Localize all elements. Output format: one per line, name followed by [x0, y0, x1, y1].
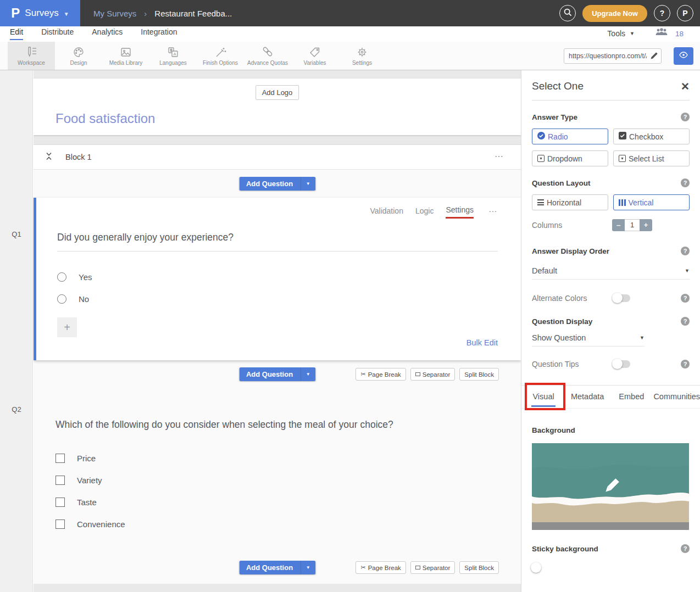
page-break-button[interactable]: ✂ Page Break: [355, 368, 405, 381]
toolbar-item-finish-options[interactable]: Finish Options: [197, 42, 244, 70]
answer-type-option-label: Dropdown: [547, 154, 582, 163]
help-icon[interactable]: ?: [681, 178, 690, 187]
tab-edit[interactable]: Edit: [10, 27, 23, 40]
close-icon[interactable]: ✕: [681, 81, 690, 92]
breadcrumb-survey-name[interactable]: Restaurant Feedba...: [154, 9, 232, 18]
add-logo-button[interactable]: Add Logo: [255, 85, 299, 100]
add-question-caret[interactable]: ▼: [300, 561, 315, 574]
tab-validation[interactable]: Validation: [370, 206, 403, 218]
radio-yes[interactable]: [57, 272, 66, 282]
option-label[interactable]: Taste: [77, 498, 97, 507]
collaborators-icon[interactable]: [654, 28, 669, 39]
answer-type-dropdown[interactable]: ▼ Dropdown: [532, 150, 608, 166]
layout-option-label: Vertical: [629, 198, 654, 207]
block-menu-icon[interactable]: ⋮: [494, 152, 504, 162]
toolbar-item-advance-quotas[interactable]: Advance Quotas: [244, 42, 291, 70]
question-1-text[interactable]: Did you generally enjoy your experience?: [57, 232, 498, 252]
toolbar-item-variables[interactable]: Variables: [291, 42, 338, 70]
tab-communities[interactable]: Communities: [653, 385, 700, 409]
question-tips-toggle[interactable]: [613, 360, 630, 368]
search-button[interactable]: [559, 5, 576, 21]
page-break-button[interactable]: ✂ Page Break: [355, 561, 405, 574]
answer-type-radio[interactable]: Radio: [532, 129, 608, 144]
option-label[interactable]: Variety: [77, 476, 102, 485]
add-question-label[interactable]: Add Question: [239, 367, 300, 381]
help-icon[interactable]: ?: [681, 247, 690, 255]
columns-value[interactable]: 1: [625, 219, 640, 231]
block-title[interactable]: Block 1: [65, 153, 92, 161]
option-label[interactable]: Convenience: [77, 520, 125, 529]
add-question-button[interactable]: Add Question ▼: [239, 367, 315, 381]
background-image-preview[interactable]: [532, 443, 689, 530]
survey-url-input[interactable]: [564, 48, 662, 64]
help-icon[interactable]: ?: [681, 294, 690, 303]
tab-integration[interactable]: Integration: [141, 27, 177, 40]
help-icon[interactable]: ?: [681, 317, 690, 326]
avatar[interactable]: P: [677, 5, 693, 21]
answer-type-select-list[interactable]: ▼ Select List: [613, 150, 690, 166]
question-2-text[interactable]: Which of the following do you consider w…: [55, 419, 498, 431]
checkbox-variety[interactable]: [55, 476, 65, 485]
tab-analytics[interactable]: Analytics: [92, 27, 123, 40]
preview-button[interactable]: [674, 47, 693, 65]
chevron-down-icon[interactable]: ▼: [630, 31, 635, 36]
question-menu-icon[interactable]: ⋮: [488, 208, 498, 217]
tools-menu[interactable]: Tools: [607, 29, 625, 38]
add-option-button[interactable]: +: [57, 317, 77, 337]
chevron-down-icon: ▼: [64, 11, 69, 17]
add-question-button[interactable]: Add Question ▼: [239, 177, 315, 191]
layout-horizontal[interactable]: Horizontal: [532, 194, 608, 210]
product-switcher[interactable]: P Surveys ▼: [0, 0, 80, 26]
add-question-label[interactable]: Add Question: [239, 177, 300, 191]
bulk-edit-link[interactable]: Bulk Edit: [57, 338, 498, 347]
checkbox-convenience[interactable]: [55, 520, 65, 529]
toolbar-item-design[interactable]: Design: [55, 42, 102, 70]
add-question-button[interactable]: Add Question ▼: [239, 561, 315, 574]
toolbar-item-workspace[interactable]: Workspace: [8, 42, 55, 70]
split-block-button[interactable]: Split Block: [459, 368, 499, 381]
tab-distribute[interactable]: Distribute: [41, 27, 74, 40]
help-icon[interactable]: ?: [681, 360, 690, 368]
breadcrumb-my-surveys[interactable]: My Surveys: [93, 9, 136, 18]
toolbar-label: Design: [70, 60, 87, 66]
option-label[interactable]: Yes: [79, 272, 92, 282]
option-label[interactable]: No: [79, 294, 89, 304]
option-label[interactable]: Price: [77, 454, 96, 463]
separator-button[interactable]: Separator: [410, 368, 455, 381]
question-display-select[interactable]: Show Question ▼: [532, 333, 645, 347]
tab-visual[interactable]: Visual: [521, 385, 565, 409]
help-button[interactable]: ?: [654, 5, 670, 21]
answer-type-checkbox[interactable]: Checkbox: [613, 129, 690, 144]
columns-decrement-button[interactable]: –: [612, 219, 625, 231]
toolbar-item-media-library[interactable]: Media Library: [102, 42, 149, 70]
layout-vertical[interactable]: Vertical: [613, 194, 690, 210]
checkbox-price[interactable]: [55, 454, 65, 463]
add-question-caret[interactable]: ▼: [300, 177, 315, 191]
checkbox-taste[interactable]: [55, 498, 65, 507]
help-icon[interactable]: ?: [681, 544, 690, 553]
tab-metadata[interactable]: Metadata: [565, 385, 609, 409]
tab-embed[interactable]: Embed: [609, 385, 653, 409]
option-row: Convenience: [55, 513, 498, 535]
radio-no[interactable]: [57, 294, 66, 304]
toolbar-item-settings[interactable]: Settings: [338, 42, 386, 70]
help-icon[interactable]: ?: [681, 113, 690, 121]
alternate-colors-toggle[interactable]: [613, 294, 630, 302]
toolbar-item-languages[interactable]: A Languages: [149, 42, 197, 70]
separator-button[interactable]: Separator: [410, 561, 455, 574]
columns-increment-button[interactable]: +: [640, 219, 652, 231]
tab-logic[interactable]: Logic: [415, 206, 434, 218]
split-block-button[interactable]: Split Block: [459, 561, 499, 574]
answer-display-order-label: Answer Display Order: [532, 247, 609, 255]
survey-title[interactable]: Food satisfaction: [55, 111, 155, 126]
tab-settings[interactable]: Settings: [446, 205, 474, 219]
collaborators-count[interactable]: 18: [675, 30, 684, 38]
edit-url-pencil-icon[interactable]: [650, 52, 658, 62]
svg-text:A: A: [173, 52, 176, 57]
answer-display-order-select[interactable]: Default ▼: [532, 266, 690, 280]
collapse-block-icon[interactable]: [45, 152, 53, 163]
add-question-caret[interactable]: ▼: [300, 367, 315, 381]
upgrade-now-button[interactable]: Upgrade Now: [582, 5, 647, 22]
option-row: Price: [55, 447, 498, 469]
add-question-label[interactable]: Add Question: [239, 561, 300, 574]
